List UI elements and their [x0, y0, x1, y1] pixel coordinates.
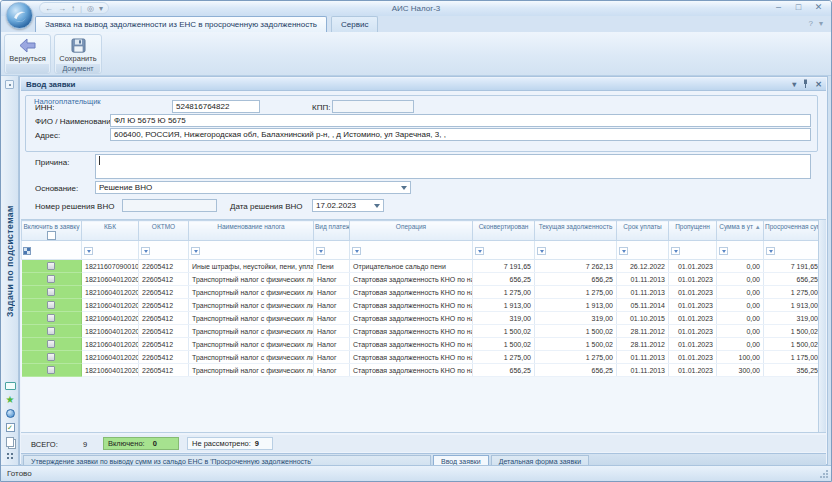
filter-cell-current-debt[interactable]	[535, 241, 617, 260]
col-header-pay-type[interactable]: Вид платеж	[314, 221, 350, 241]
cell-kbk: 18210604012020	[82, 325, 139, 338]
cell-operation: Стартовая задолженность КНО по налогу	[350, 325, 473, 338]
filter-cell-missed[interactable]	[669, 241, 717, 260]
favorites-star-icon[interactable]: ★	[4, 394, 16, 405]
maximize-icon[interactable]: □	[792, 2, 805, 13]
cell-converted: 1 275,00	[473, 286, 535, 299]
cell-kbk: 18210604012020	[82, 364, 139, 377]
name-field[interactable]: ФЛ Ю 5675 Ю 5675	[110, 114, 811, 127]
ribbon-help-icon[interactable]: ?	[809, 19, 813, 28]
col-header-missed[interactable]: Пропущенн	[669, 221, 717, 241]
tasks-check-icon[interactable]: ✓	[4, 422, 16, 433]
col-header-amount-clarified[interactable]: Сумма в ут ▲	[717, 221, 764, 241]
save-button[interactable]: Сохранить	[55, 36, 101, 65]
filter-cell-amount-clarified[interactable]	[717, 241, 764, 260]
included-badge: Включено:0	[103, 437, 179, 450]
documents-icon[interactable]	[4, 436, 16, 447]
totals-bar: ВСЕГО: 9 Включено:0 Не рассмотрено:9	[21, 435, 826, 452]
table-row[interactable]: 18210604012020 22605412 Транспортный нал…	[22, 273, 822, 286]
cell-due-date: 28.11.2012	[617, 338, 669, 351]
filter-cell-due-date[interactable]	[617, 241, 669, 260]
resize-grip[interactable]	[819, 469, 828, 478]
table-row[interactable]: 18210604012020 22605412 Транспортный нал…	[22, 364, 822, 377]
vertical-scrollbar[interactable]	[818, 220, 826, 432]
row-include-cell[interactable]	[22, 364, 82, 377]
col-header-converted[interactable]: Сконвертирован	[473, 221, 535, 241]
table-row[interactable]: 18210604012020 22605412 Транспортный нал…	[22, 351, 822, 364]
table-row[interactable]: 18210604012020 22605412 Транспортный нал…	[22, 286, 822, 299]
cell-kbk: 18210604012020	[82, 273, 139, 286]
more-buttons-icon[interactable]	[4, 450, 16, 461]
sidebar-tab-tasks[interactable]: Задачи по подсистемам	[1, 171, 19, 351]
decision-date-field[interactable]: 17.02.2023	[312, 199, 384, 212]
filter-cell-pay-type[interactable]	[314, 241, 350, 260]
col-header-operation[interactable]: Операция	[350, 221, 473, 241]
table-row[interactable]: 18210604012020 22605412 Транспортный нал…	[22, 299, 822, 312]
grid-header-row: Включить в заявку КБК ОКТМО Наименование…	[22, 221, 822, 241]
table-row[interactable]: 18210604012020 22605412 Транспортный нал…	[22, 338, 822, 351]
filter-cell-include[interactable]	[22, 241, 82, 260]
close-icon[interactable]: ✕	[812, 2, 825, 13]
checkbox-icon	[47, 288, 55, 296]
cell-tax-name: Транспортный налог с физических лиц	[189, 364, 314, 377]
filter-cell-oktmo[interactable]	[139, 241, 189, 260]
cell-tax-name: Транспортный налог с физических лиц	[189, 312, 314, 325]
minimize-icon[interactable]: –	[772, 2, 785, 13]
table-body: 18211607090010 22605412 Иные штрафы, неу…	[22, 260, 822, 377]
cell-kbk: 18210604012020	[82, 312, 139, 325]
cell-kbk: 18210604012020	[82, 351, 139, 364]
app-menu-orb[interactable]	[6, 2, 33, 29]
return-button[interactable]: Вернуться	[5, 36, 50, 65]
col-header-tax-name[interactable]: Наименование налога	[189, 221, 314, 241]
col-header-oktmo[interactable]: ОКТМО	[139, 221, 189, 241]
row-include-cell[interactable]	[22, 338, 82, 351]
reason-textarea[interactable]	[95, 154, 811, 179]
row-include-cell[interactable]	[22, 325, 82, 338]
panel-dropdown-icon[interactable]: ▾	[792, 80, 796, 89]
table-row[interactable]: 18210604012020 22605412 Транспортный нал…	[22, 325, 822, 338]
row-include-cell[interactable]	[22, 286, 82, 299]
status-text: Готово	[7, 469, 32, 478]
panel-pin-icon[interactable]	[802, 79, 809, 90]
filter-cell-tax-name[interactable]	[189, 241, 314, 260]
address-field[interactable]: 606400, РОССИЯ, Нижегородская обл, Балах…	[110, 128, 811, 141]
globe-icon[interactable]	[4, 408, 16, 419]
basis-select[interactable]: Решение ВНО	[95, 181, 411, 194]
filter-cell-overdue[interactable]	[764, 241, 822, 260]
table-row[interactable]: 18211607090010 22605412 Иные штрафы, неу…	[22, 260, 822, 273]
filter-icon	[475, 247, 484, 255]
row-include-cell[interactable]	[22, 273, 82, 286]
cell-amount-clarified: 0,00	[717, 286, 764, 299]
cell-overdue-amount: 7 191,65	[764, 260, 822, 273]
col-header-current-debt[interactable]: Текущая задолженность	[535, 221, 617, 241]
cell-amount-clarified: 0,00	[717, 273, 764, 286]
ribbon-tab-request[interactable]: Заявка на вывод задолженности из ЕНС в п…	[35, 16, 327, 32]
panel-close-icon[interactable]: ✕	[815, 80, 822, 89]
row-include-cell[interactable]	[22, 299, 82, 312]
select-all-checkbox[interactable]	[47, 231, 56, 240]
inn-field[interactable]: 524816764822	[172, 100, 260, 113]
table-row[interactable]: 18210604012020 22605412 Транспортный нал…	[22, 312, 822, 325]
filter-cell-converted[interactable]	[473, 241, 535, 260]
cell-overdue-amount: 356,25	[764, 364, 822, 377]
row-include-cell[interactable]	[22, 260, 82, 273]
row-include-cell[interactable]	[22, 351, 82, 364]
col-header-due-date[interactable]: Срок уплаты	[617, 221, 669, 241]
ribbon-tab-service[interactable]: Сервис	[331, 16, 378, 32]
cell-kbk: 18210604012020	[82, 338, 139, 351]
col-header-overdue[interactable]: Просроченная сумма	[764, 221, 822, 241]
sidebar-pin-icon[interactable]	[5, 80, 14, 89]
decision-number-field[interactable]	[122, 199, 217, 212]
row-include-cell[interactable]	[22, 312, 82, 325]
ribbon-options-icon[interactable]: ▾	[819, 19, 823, 28]
monitor-icon[interactable]	[4, 380, 16, 391]
col-header-kbk[interactable]: КБК	[82, 221, 139, 241]
ribbon: Вернуться Сохранить Документ	[1, 32, 831, 76]
filter-cell-operation[interactable]	[350, 241, 473, 260]
kpp-field[interactable]	[332, 100, 414, 113]
cell-pay-type: Налог	[314, 299, 350, 312]
filter-cell-kbk[interactable]	[82, 241, 139, 260]
checkbox-icon	[47, 275, 55, 283]
col-header-include[interactable]: Включить в заявку	[22, 221, 82, 241]
cell-missed-date: 01.01.2023	[669, 312, 717, 325]
